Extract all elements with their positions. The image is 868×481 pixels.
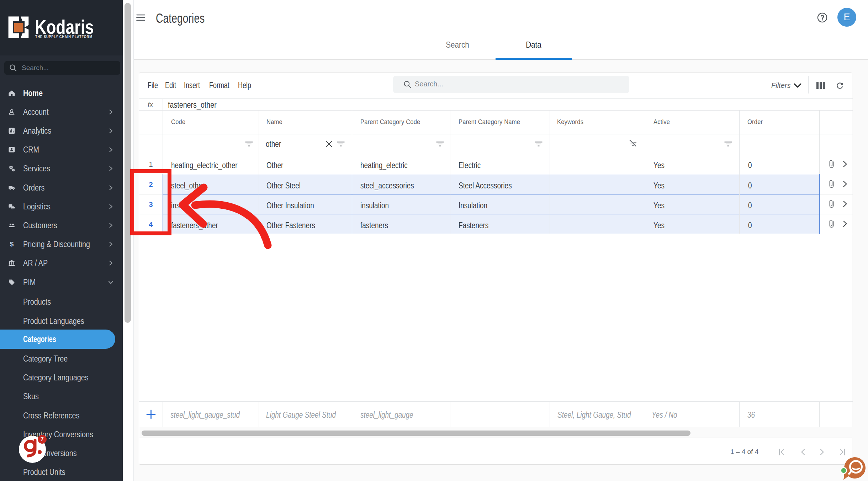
svg-text:$: $ <box>10 241 14 247</box>
